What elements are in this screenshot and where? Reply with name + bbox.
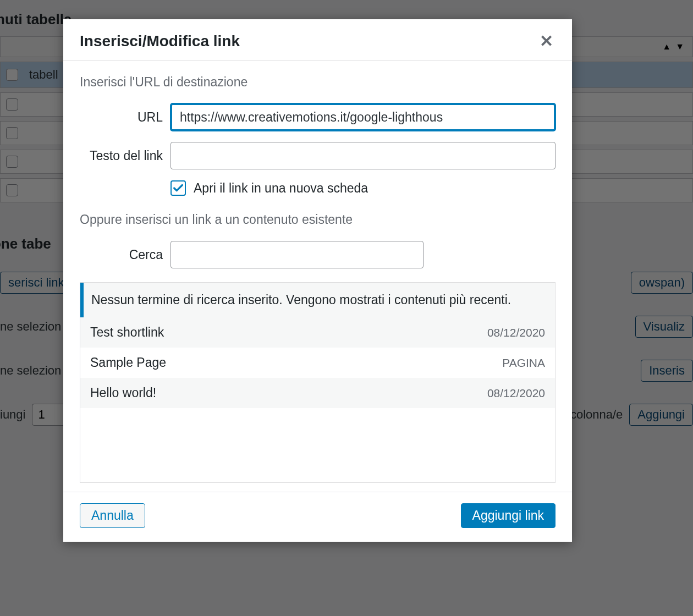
linktext-input[interactable] (170, 142, 556, 169)
result-item[interactable]: Test shortlink08/12/2020 (80, 317, 555, 348)
insert-link-modal: Inserisci/Modifica link ✕ Inserisci l'UR… (63, 19, 572, 542)
modal-body: Inserisci l'URL di destinazione URL Test… (63, 61, 572, 492)
close-icon[interactable]: ✕ (537, 29, 556, 53)
modal-intro: Inserisci l'URL di destinazione (80, 75, 556, 90)
newtab-checkbox[interactable] (170, 180, 186, 196)
result-title: Sample Page (90, 355, 166, 370)
result-title: Hello world! (90, 386, 156, 400)
search-results: Nessun termine di ricerca inserito. Veng… (80, 282, 556, 483)
search-input[interactable] (170, 241, 424, 268)
submit-button[interactable]: Aggiungi link (461, 503, 556, 528)
cancel-button[interactable]: Annulla (80, 503, 145, 528)
url-input[interactable] (170, 103, 556, 131)
checkmark-icon (172, 182, 184, 194)
url-label: URL (80, 110, 170, 125)
result-meta: 08/12/2020 (487, 387, 545, 400)
result-item[interactable]: Sample PagePAGINA (80, 348, 555, 378)
results-info: Nessun termine di ricerca inserito. Veng… (80, 283, 555, 317)
newtab-label: Apri il link in una nuova scheda (194, 181, 368, 196)
result-title: Test shortlink (90, 325, 164, 340)
result-meta: 08/12/2020 (487, 326, 545, 339)
result-meta: PAGINA (502, 356, 545, 370)
search-label: Cerca (80, 248, 170, 262)
or-existing-label: Oppure inserisci un link a un contenuto … (80, 212, 556, 227)
result-item[interactable]: Hello world!08/12/2020 (80, 378, 555, 408)
modal-title: Inserisci/Modifica link (80, 32, 240, 50)
linktext-label: Testo del link (80, 148, 170, 163)
modal-header: Inserisci/Modifica link ✕ (63, 19, 572, 61)
modal-footer: Annulla Aggiungi link (63, 492, 572, 542)
